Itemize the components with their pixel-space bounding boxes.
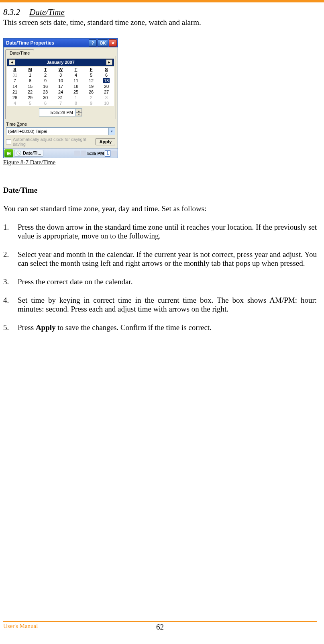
calendar-day-cell[interactable]: 3 <box>53 72 68 78</box>
spin-down-icon[interactable]: ▼ <box>76 112 82 116</box>
calendar-day-cell[interactable]: 20 <box>99 84 114 89</box>
calendar-day-cell[interactable]: 5 <box>84 72 99 78</box>
calendar-day-cell[interactable]: 2 <box>38 72 53 78</box>
calendar-day-cell[interactable]: 19 <box>84 84 99 89</box>
section-heading: 8.3.2 Date/Time <box>3 7 317 17</box>
calendar-day-cell[interactable]: 5 <box>22 100 38 106</box>
dst-row: Automatically adjust clock for daylight … <box>4 136 118 148</box>
calendar-day-cell[interactable]: 8 <box>68 100 84 106</box>
calendar-day-cell[interactable]: 25 <box>68 89 84 95</box>
dst-checkbox[interactable] <box>6 139 11 145</box>
chevron-down-icon[interactable]: ▾ <box>108 128 115 135</box>
calendar-day-cell[interactable]: 31 <box>7 72 22 78</box>
clock-icon: 🕓 <box>16 151 22 155</box>
calendar-day-cell[interactable]: 6 <box>99 72 114 78</box>
top-orange-bar <box>0 0 324 2</box>
calendar-day-cell[interactable]: 24 <box>53 89 68 95</box>
calendar-day-cell[interactable]: 27 <box>99 89 114 95</box>
footer-divider <box>3 621 317 622</box>
calendar-day-cell[interactable]: 21 <box>7 89 22 95</box>
tray-icon[interactable] <box>74 151 80 156</box>
tab-datetime[interactable]: Date/Time <box>5 49 34 56</box>
tray-clock[interactable]: 5:35 PM <box>87 151 104 156</box>
tray-icon[interactable] <box>81 151 86 156</box>
calendar-day-header: W <box>53 67 68 72</box>
subheading-datetime: Date/Time <box>3 186 317 195</box>
help-button[interactable]: ? <box>89 39 97 47</box>
calendar-day-cell[interactable]: 22 <box>22 89 38 95</box>
step-text: Press the correct date on the calendar. <box>18 277 317 286</box>
window-title: Date/Time Properties <box>6 40 54 46</box>
page-number: 62 <box>156 623 164 632</box>
calendar-day-cell[interactable]: 9 <box>38 78 53 84</box>
calendar-day-cell[interactable]: 11 <box>68 78 84 84</box>
section-number: 8.3.2 <box>3 7 20 17</box>
calendar-day-cell[interactable]: 23 <box>38 89 53 95</box>
calendar-day-header: T <box>68 67 84 72</box>
calendar-day-cell[interactable]: 13 <box>99 78 114 84</box>
calendar-day-cell[interactable]: 12 <box>84 78 99 84</box>
calendar-day-cell[interactable]: 14 <box>7 84 22 89</box>
timezone-label: Time Zone <box>4 121 118 126</box>
dst-label: Automatically adjust clock for daylight … <box>13 137 96 147</box>
start-button[interactable]: ⊞ <box>4 149 13 157</box>
section-title: Date/Time <box>29 7 65 17</box>
calendar-day-cell[interactable]: 26 <box>84 89 99 95</box>
calendar-day-cell[interactable]: 31 <box>53 95 68 100</box>
calendar-day-header: T <box>38 67 53 72</box>
ok-button[interactable]: OK <box>98 39 108 47</box>
calendar-day-cell[interactable]: 17 <box>53 84 68 89</box>
next-month-button[interactable]: ► <box>106 59 112 65</box>
apply-button[interactable]: Apply <box>96 138 115 145</box>
calendar-day-cell[interactable]: 9 <box>84 100 99 106</box>
step-item: 5.Press Apply to save the changes. Confi… <box>3 323 317 332</box>
calendar-day-cell[interactable]: 7 <box>7 78 22 84</box>
datetime-panel: ◄ January 2007 ► SMTWTFS 311234567891011… <box>5 56 116 119</box>
calendar-day-cell[interactable]: 10 <box>53 78 68 84</box>
close-button[interactable]: ✕ <box>109 39 117 47</box>
desktop-icon[interactable] <box>111 151 117 156</box>
footer-manual-label: User's Manual <box>3 623 38 630</box>
calendar-day-header: F <box>84 67 99 72</box>
screenshot-datetime-properties: Date/Time Properties ? OK ✕ Date/Time ◄ … <box>3 38 118 158</box>
step-item: 1.Press the down arrow in the standard t… <box>3 223 317 240</box>
window-titlebar: Date/Time Properties ? OK ✕ <box>4 39 118 47</box>
calendar-day-cell[interactable]: 3 <box>99 95 114 100</box>
calendar-day-cell[interactable]: 2 <box>84 95 99 100</box>
step-number: 5. <box>3 323 18 332</box>
taskbar-item-datetime[interactable]: 🕓 Date/Ti... <box>14 150 43 157</box>
calendar-day-cell[interactable]: 4 <box>68 72 84 78</box>
calendar-day-cell[interactable]: 1 <box>22 72 38 78</box>
time-input[interactable] <box>39 109 75 116</box>
calendar-day-cell[interactable]: 8 <box>22 78 38 84</box>
step-item: 2.Select year and month in the calendar.… <box>3 250 317 268</box>
calendar-day-cell[interactable]: 15 <box>22 84 38 89</box>
step-text: Press Apply to save the changes. Confirm… <box>18 323 317 332</box>
input-indicator[interactable]: 1 <box>105 150 110 157</box>
step-item: 4.Set time by keying in correct time in … <box>3 296 317 314</box>
figure-caption: Figure 8-7 Date/Time <box>3 159 317 166</box>
calendar-day-cell[interactable]: 29 <box>22 95 38 100</box>
calendar-day-cell[interactable]: 28 <box>7 95 22 100</box>
system-tray: 5:35 PM 1 <box>74 150 117 157</box>
timezone-select[interactable]: (GMT+08:00) Taipei ▾ <box>6 127 115 135</box>
calendar-day-cell[interactable]: 4 <box>7 100 22 106</box>
calendar-day-cell[interactable]: 6 <box>38 100 53 106</box>
taskbar: ⊞ 🕓 Date/Ti... 5:35 PM 1 <box>4 148 118 158</box>
prev-month-button[interactable]: ◄ <box>9 59 15 65</box>
spin-up-icon[interactable]: ▲ <box>76 109 82 112</box>
steps-list: 1.Press the down arrow in the standard t… <box>3 223 317 332</box>
time-spinner[interactable]: ▲ ▼ <box>75 109 82 116</box>
lead-paragraph: You can set standard time zone, year, da… <box>3 204 317 213</box>
calendar-day-cell[interactable]: 10 <box>99 100 114 106</box>
intro-text: This screen sets date, time, standard ti… <box>3 18 317 27</box>
calendar-day-cell[interactable]: 1 <box>68 95 84 100</box>
calendar-day-cell[interactable]: 30 <box>38 95 53 100</box>
calendar-day-cell[interactable]: 18 <box>68 84 84 89</box>
step-item: 3.Press the correct date on the calendar… <box>3 277 317 286</box>
step-number: 4. <box>3 296 18 314</box>
step-number: 2. <box>3 250 18 268</box>
month-label[interactable]: January 2007 <box>47 60 75 65</box>
calendar-day-cell[interactable]: 16 <box>38 84 53 89</box>
calendar-day-cell[interactable]: 7 <box>53 100 68 106</box>
